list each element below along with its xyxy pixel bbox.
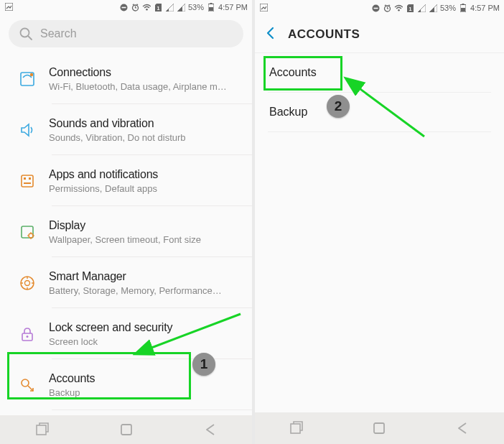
phone-settings: 1 53% 4:57 PM Search ConnectionsWi-Fi, B… xyxy=(0,0,252,444)
header-title: ACCOUNTS xyxy=(288,27,360,42)
dnd-icon xyxy=(119,3,128,11)
lock-icon xyxy=(13,320,42,348)
row-sub: Battery, Storage, Memory, Performance… xyxy=(49,285,242,296)
row-sub: Sounds, Vibration, Do not disturb xyxy=(49,132,242,143)
nav-back-button[interactable] xyxy=(454,420,470,436)
clock: 4:57 PM xyxy=(470,4,500,12)
alarm-icon xyxy=(131,3,139,11)
battery-percent: 53% xyxy=(188,3,204,11)
search-input[interactable]: Search xyxy=(9,20,243,47)
svg-point-4 xyxy=(146,9,148,11)
row-title: Sounds and vibration xyxy=(49,117,242,130)
smart-manager-icon xyxy=(13,269,42,297)
nav-recent-button[interactable] xyxy=(289,420,304,436)
row-sub: Wi-Fi, Bluetooth, Data usage, Airplane m… xyxy=(49,81,242,92)
settings-row-smart-manager[interactable]: Smart ManagerBattery, Storage, Memory, P… xyxy=(0,257,252,307)
svg-point-32 xyxy=(398,9,400,11)
svg-rect-14 xyxy=(24,177,26,180)
row-title: Connections xyxy=(49,66,242,79)
sim-icon: 1 xyxy=(154,3,162,11)
row-title: Accounts xyxy=(49,372,242,385)
row-title: Smart Manager xyxy=(49,270,242,283)
image-indicator-icon xyxy=(4,2,13,11)
status-bar: 1 53% 4:57 PM xyxy=(255,0,504,16)
svg-rect-38 xyxy=(374,423,384,433)
alarm-icon xyxy=(383,4,391,12)
signal-2-icon xyxy=(177,3,185,11)
image-indicator-icon xyxy=(259,3,268,11)
settings-row-accessibility[interactable]: Accessibility xyxy=(0,410,252,415)
nav-recent-button[interactable] xyxy=(34,422,50,438)
settings-row-sounds[interactable]: Sounds and vibrationSounds, Vibration, D… xyxy=(0,104,252,154)
row-sub: Screen lock xyxy=(49,336,242,347)
svg-rect-7 xyxy=(210,3,213,4)
svg-rect-37 xyxy=(291,424,300,433)
signal-1-icon xyxy=(165,3,174,11)
svg-point-18 xyxy=(29,233,33,238)
sounds-icon xyxy=(13,116,42,144)
settings-row-accounts[interactable]: AccountsBackup xyxy=(0,359,252,410)
svg-point-23 xyxy=(22,379,29,387)
row-title: Apps and notifications xyxy=(49,168,242,181)
settings-row-connections[interactable]: ConnectionsWi-Fi, Bluetooth, Data usage,… xyxy=(0,53,252,103)
nav-home-button[interactable] xyxy=(118,422,134,438)
svg-rect-13 xyxy=(22,175,33,187)
wifi-icon xyxy=(142,3,151,11)
svg-point-22 xyxy=(27,336,29,338)
sim-icon: 1 xyxy=(406,4,414,12)
search-placeholder: Search xyxy=(40,27,77,40)
battery-icon xyxy=(459,4,467,12)
settings-list[interactable]: ConnectionsWi-Fi, Bluetooth, Data usage,… xyxy=(0,53,252,415)
display-icon xyxy=(13,218,42,246)
settings-row-apps[interactable]: Apps and notificationsPermissions, Defau… xyxy=(0,155,252,205)
settings-row-lock-screen[interactable]: Lock screen and securityScreen lock xyxy=(0,308,252,359)
back-button[interactable] xyxy=(263,26,278,43)
svg-rect-36 xyxy=(461,8,465,11)
svg-point-12 xyxy=(30,73,33,76)
accounts-list[interactable]: Accounts Backup xyxy=(255,53,504,412)
svg-point-20 xyxy=(25,281,30,286)
svg-rect-16 xyxy=(24,182,31,184)
row-title: Lock screen and security xyxy=(49,321,242,334)
accounts-row-backup[interactable]: Backup xyxy=(255,93,504,131)
svg-text:1: 1 xyxy=(409,6,411,11)
svg-rect-30 xyxy=(373,7,378,9)
nav-back-button[interactable] xyxy=(202,422,218,438)
svg-rect-35 xyxy=(462,4,465,5)
accounts-icon xyxy=(13,371,42,399)
phone-accounts: 1 53% 4:57 PM ACCOUNTS Accounts Backup 2 xyxy=(252,0,504,444)
signal-1-icon xyxy=(417,4,426,12)
nav-home-button[interactable] xyxy=(371,420,387,436)
search-row: Search xyxy=(0,14,252,53)
svg-line-10 xyxy=(28,36,32,40)
dnd-icon xyxy=(371,4,380,12)
row-title: Display xyxy=(49,219,242,232)
signal-2-icon xyxy=(429,4,437,12)
svg-rect-15 xyxy=(29,177,31,180)
accounts-row-accounts[interactable]: Accounts xyxy=(255,53,504,92)
wifi-icon xyxy=(394,4,403,12)
svg-rect-2 xyxy=(121,6,126,8)
svg-text:1: 1 xyxy=(157,5,159,10)
accounts-header: ACCOUNTS xyxy=(255,16,504,53)
row-sub: Wallpaper, Screen timeout, Font size xyxy=(49,234,242,245)
svg-rect-25 xyxy=(37,425,46,435)
connections-icon xyxy=(13,65,42,93)
settings-row-display[interactable]: DisplayWallpaper, Screen timeout, Font s… xyxy=(0,206,252,256)
battery-icon xyxy=(207,3,215,11)
row-sub: Backup xyxy=(49,387,242,398)
status-bar: 1 53% 4:57 PM xyxy=(0,0,252,14)
nav-bar xyxy=(255,412,504,444)
clock: 4:57 PM xyxy=(218,3,248,11)
search-icon xyxy=(19,27,33,41)
svg-rect-8 xyxy=(209,7,213,11)
nav-bar xyxy=(0,415,252,444)
apps-icon xyxy=(13,167,42,195)
battery-percent: 53% xyxy=(440,4,456,12)
svg-rect-26 xyxy=(121,425,131,435)
row-sub: Permissions, Default apps xyxy=(49,183,242,194)
